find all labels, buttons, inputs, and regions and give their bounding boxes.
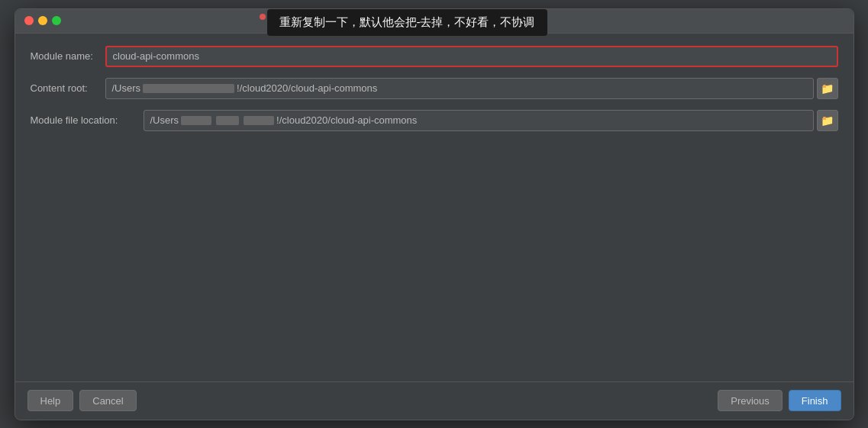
- minimize-button[interactable]: [38, 16, 47, 25]
- module-name-row: Module name:: [31, 46, 838, 67]
- tooltip-bubble: 重新复制一下，默认他会把-去掉，不好看，不协调: [267, 9, 547, 36]
- maximize-button[interactable]: [52, 16, 61, 25]
- footer-left-buttons: Help Cancel: [27, 390, 137, 411]
- content-root-label: Content root:: [31, 82, 99, 94]
- content-root-display: /Users !/cloud2020/cloud-api-commons: [105, 78, 814, 99]
- content-root-blur-segment: [143, 84, 234, 93]
- module-file-prefix: /Users: [150, 114, 179, 126]
- module-file-suffix: !/cloud2020/cloud-api-commons: [276, 114, 417, 126]
- form-content: Module name: Content root: /Users !/clou…: [15, 34, 853, 381]
- dialog-window: New Module 重新复制一下，默认他会把-去掉，不好看，不协调 Modul…: [15, 8, 854, 420]
- content-root-suffix: !/cloud2020/cloud-api-commons: [237, 82, 377, 94]
- tooltip-text: 重新复制一下，默认他会把-去掉，不好看，不协调: [279, 15, 535, 28]
- content-root-browse-button[interactable]: 📁: [817, 78, 838, 99]
- module-file-blur-2: [216, 116, 239, 125]
- module-file-field-group: /Users !/cloud2020/cloud-api-commons 📁: [144, 110, 838, 131]
- module-file-blur-1: [181, 116, 211, 125]
- module-file-display: /Users !/cloud2020/cloud-api-commons: [144, 110, 814, 131]
- module-file-row: Module file location: /Users !/cloud2020…: [31, 110, 838, 131]
- module-file-blur-3: [244, 116, 274, 125]
- previous-button[interactable]: Previous: [718, 390, 782, 411]
- footer-right-buttons: Previous Finish: [718, 390, 841, 411]
- module-name-label: Module name:: [31, 50, 99, 62]
- folder-icon-2: 📁: [821, 114, 834, 127]
- module-file-browse-button[interactable]: 📁: [817, 110, 838, 131]
- content-spacer: [31, 142, 838, 369]
- help-button[interactable]: Help: [27, 390, 74, 411]
- traffic-lights: [24, 16, 61, 25]
- module-name-input[interactable]: [105, 46, 838, 67]
- folder-icon: 📁: [821, 82, 834, 95]
- content-root-row: Content root: /Users !/cloud2020/cloud-a…: [31, 78, 838, 99]
- content-root-field-group: /Users !/cloud2020/cloud-api-commons 📁: [105, 78, 838, 99]
- close-button[interactable]: [24, 16, 34, 25]
- content-root-prefix: /Users: [112, 82, 141, 94]
- red-dot-indicator: [260, 14, 266, 20]
- finish-button[interactable]: Finish: [789, 390, 841, 411]
- dialog-footer: Help Cancel Previous Finish: [15, 381, 853, 420]
- cancel-button[interactable]: Cancel: [79, 390, 136, 411]
- module-file-label: Module file location:: [31, 114, 137, 126]
